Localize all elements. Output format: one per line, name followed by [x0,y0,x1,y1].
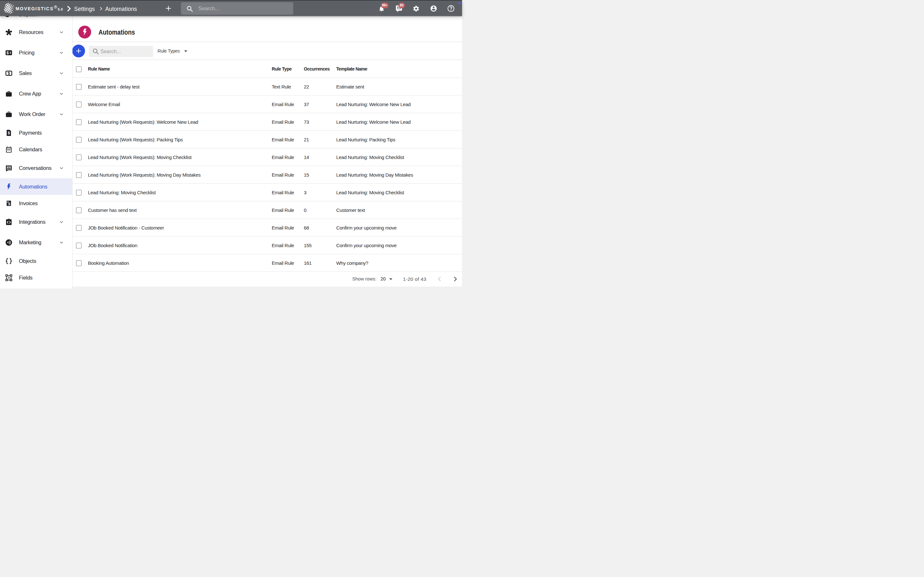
svg-text:$: $ [8,71,10,75]
svg-text:$: $ [6,51,9,55]
svg-text:$: $ [8,202,10,205]
svg-text:$: $ [8,131,10,135]
svg-text:A: A [8,276,10,279]
